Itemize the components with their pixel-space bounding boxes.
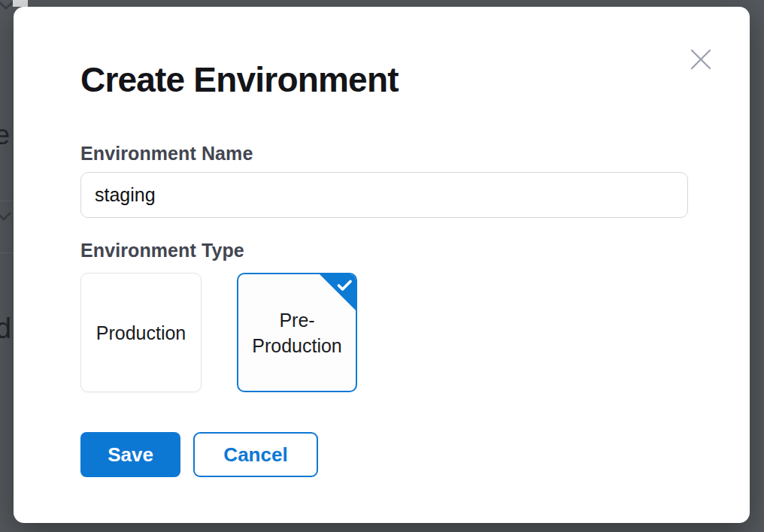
- close-button[interactable]: [689, 47, 713, 71]
- environment-name-input[interactable]: [80, 172, 688, 218]
- option-label: Production: [90, 320, 193, 346]
- background-chevron-down-icon: [0, 212, 11, 222]
- create-environment-modal: Create Environment Environment Name Envi…: [14, 7, 750, 523]
- close-icon: [690, 49, 711, 70]
- selected-corner-badge: [318, 273, 357, 312]
- option-label: Pre-Production: [238, 307, 356, 358]
- environment-type-label: Environment Type: [80, 240, 244, 261]
- cancel-button[interactable]: Cancel: [193, 432, 318, 477]
- background-divider: [0, 201, 14, 201]
- background-letter-fragment: e: [0, 122, 10, 149]
- environment-type-option-production[interactable]: Production: [80, 273, 202, 392]
- environment-name-label: Environment Name: [80, 143, 253, 165]
- background-divider: [0, 252, 14, 253]
- environment-type-option-pre-production[interactable]: Pre-Production: [237, 273, 357, 392]
- modal-title: Create Environment: [80, 61, 399, 98]
- save-button[interactable]: Save: [80, 432, 180, 477]
- check-icon: [337, 280, 353, 292]
- background-page-fragment: [13, 0, 28, 7]
- background-letter-fragment: d: [0, 314, 11, 343]
